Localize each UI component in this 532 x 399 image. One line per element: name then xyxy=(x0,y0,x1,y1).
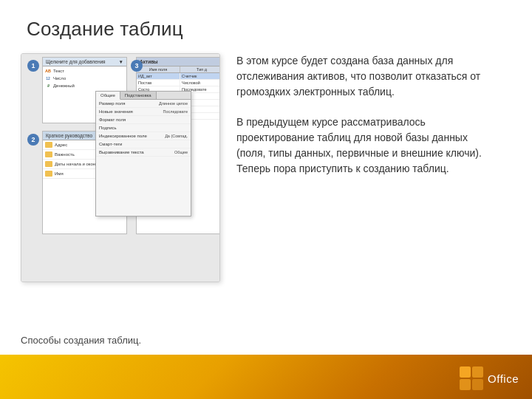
popup-row-indexed: Индексированное поле Да (Совпад. xyxy=(96,132,191,140)
col-type: Тип д xyxy=(180,66,220,72)
dropdown-arrow-icon: ▼ xyxy=(119,59,123,64)
popup-label-new-values: Новые значения xyxy=(99,109,133,114)
badge-2: 2 xyxy=(27,134,39,146)
screenshot-inner: 1 2 3 Щелкните для добавления ▼ AB Текст… xyxy=(21,54,219,282)
office-logo: Office xyxy=(460,366,519,390)
popup-value-alignment: Общее xyxy=(174,150,188,154)
page-title: Создание таблиц xyxy=(27,18,183,41)
folder-icon-4 xyxy=(45,171,52,177)
popup-tabs: Общие Подстановка xyxy=(96,92,191,100)
folder-icon xyxy=(45,142,52,148)
cell-type-1: Счетчик xyxy=(180,73,220,79)
cell-field-1: ИД_акт xyxy=(137,73,180,79)
top-panel-header: Щелкните для добавления ▼ xyxy=(43,58,126,66)
paragraph-1: В этом курсе будет создана база данных д… xyxy=(236,53,495,100)
popup-label-size: Размер поля xyxy=(99,101,126,106)
num-icon: 12 xyxy=(45,75,51,81)
cur-icon: ₽ xyxy=(45,83,51,89)
office-logo-text: Office xyxy=(488,372,519,385)
tab-substitution: Подстановка xyxy=(120,92,157,99)
popup-row-alignment: Выравнивание текста Общее xyxy=(96,149,191,157)
popup-row-format: Формат поля xyxy=(96,116,191,124)
popup-row-size: Размер поля Длинное целое xyxy=(96,100,191,108)
office-logo-squares xyxy=(460,366,483,390)
right-panel-header: Активы xyxy=(137,58,220,66)
top-row-number-label: Число xyxy=(53,76,66,81)
cell-type-2: Числовой xyxy=(180,80,220,86)
popup-label-caption: Подпись xyxy=(99,126,117,130)
sq-bl xyxy=(460,379,471,390)
data-row-2: Постав Числовой xyxy=(137,80,220,86)
top-row-currency-label: Денежный xyxy=(53,83,75,88)
top-row-currency: ₽ Денежный xyxy=(43,82,126,89)
left-row-importance-label: Важность xyxy=(55,152,75,157)
folder-icon-3 xyxy=(45,161,52,167)
popup-label-smart-tags: Смарт-теги xyxy=(99,142,122,146)
popup-row-caption: Подпись xyxy=(96,124,191,132)
popup-value-new-values: Последовате xyxy=(163,109,188,114)
badge-1: 1 xyxy=(27,60,39,72)
col-field-name: Имя поля xyxy=(137,66,180,72)
sq-br xyxy=(472,379,483,390)
popup-value-size: Длинное целое xyxy=(159,101,188,106)
left-row-name-label: Имя xyxy=(55,171,64,176)
popup-value-indexed: Да (Совпад. xyxy=(165,134,188,138)
right-content: В этом курсе будет создана база данных д… xyxy=(236,53,510,191)
data-row-1: ИД_акт Счетчик xyxy=(137,73,220,80)
top-panel-header-text: Щелкните для добавления xyxy=(46,59,106,64)
popup-label-format: Формат поля xyxy=(99,117,126,122)
popup-row-new-values: Новые значения Последовате xyxy=(96,108,191,116)
bottom-bar xyxy=(0,355,532,399)
cell-field-2: Постав xyxy=(137,80,180,86)
sq-tl xyxy=(460,366,471,378)
folder-icon-2 xyxy=(45,151,52,157)
left-row-address-label: Адрес xyxy=(55,143,67,147)
caption: Способы создания таблиц. xyxy=(21,335,141,346)
top-row-number: 12 Число xyxy=(43,75,126,82)
tab-general: Общие xyxy=(96,92,120,100)
top-row-text: AB Текст xyxy=(43,67,126,75)
popup-label-alignment: Выравнивание текста xyxy=(99,150,144,154)
sq-tr xyxy=(472,366,483,378)
paragraph-2: В предыдущем курсе рассматривалось проек… xyxy=(236,115,495,177)
screenshot-area: 1 2 3 Щелкните для добавления ▼ AB Текст… xyxy=(21,53,220,282)
popup-row-smart-tags: Смарт-теги xyxy=(96,140,191,149)
top-row-text-label: Текст xyxy=(53,69,64,73)
right-panel-cols: Имя поля Тип д xyxy=(137,66,220,73)
ab-icon: AB xyxy=(45,68,51,74)
popup-panel: Общие Подстановка Размер поля Длинное це… xyxy=(95,91,191,216)
badge-3: 3 xyxy=(131,60,143,72)
top-panel-rows: AB Текст 12 Число ₽ Денежный xyxy=(43,66,126,90)
popup-label-indexed: Индексированное поле xyxy=(99,134,147,138)
